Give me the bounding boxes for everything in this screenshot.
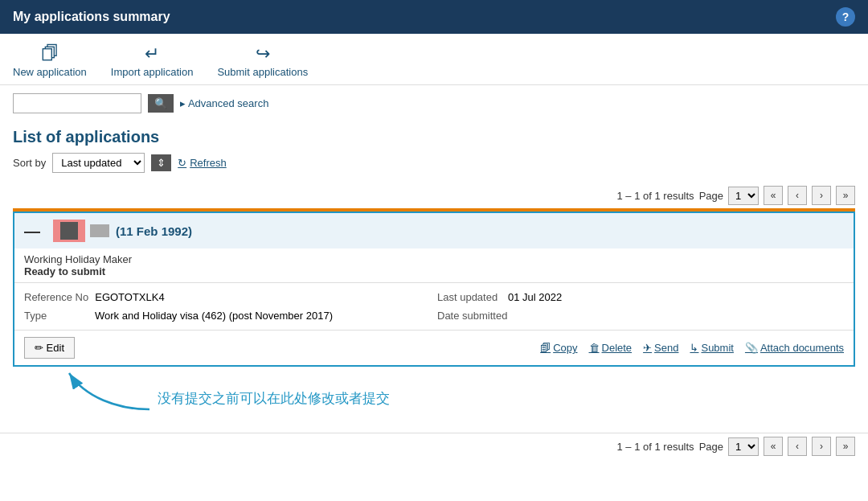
last-updated-row: Last updated 01 Jul 2022: [437, 291, 844, 303]
submit-icon: ↪: [256, 43, 270, 64]
app-header: My applications summary ?: [0, 0, 868, 34]
results-count-bottom: 1 – 1 of 1 results: [617, 441, 694, 453]
list-title: List of applications: [13, 128, 855, 146]
send-link[interactable]: ✈ Send: [643, 342, 678, 354]
import-application-link[interactable]: ↵ Import application: [111, 43, 194, 78]
annotation-text: 没有提交之前可以在此处修改或者提交: [158, 389, 390, 408]
app-subtitle: Working Holiday Maker Ready to submit: [14, 248, 854, 277]
submit-applications-label: Submit applications: [217, 66, 308, 78]
last-updated-value: 01 Jul 2022: [508, 291, 562, 303]
refresh-button[interactable]: ↻ Refresh: [178, 157, 227, 169]
delete-link[interactable]: 🗑 Delete: [589, 342, 633, 354]
toolbar: 🗍 New application ↵ Import application ↪…: [0, 34, 868, 85]
page-label-bottom: Page: [699, 441, 723, 453]
avatar-box: [53, 220, 85, 242]
avatar-block: [53, 220, 109, 242]
search-button[interactable]: 🔍: [148, 94, 174, 113]
send-icon: ✈: [643, 342, 652, 354]
type-value: Work and Holiday visa (462) (post Novemb…: [95, 310, 333, 322]
app-name-dob: (11 Feb 1992): [116, 224, 192, 238]
prev-page-btn-bottom[interactable]: ‹: [788, 437, 807, 456]
submit-link[interactable]: ↳ Submit: [690, 342, 733, 354]
app-type: Working Holiday Maker: [24, 253, 844, 265]
results-nav-bottom: 1 – 1 of 1 results Page 1 « ‹ › »: [0, 433, 868, 462]
sort-label: Sort by: [13, 157, 46, 169]
attach-link[interactable]: 📎 Attach documents: [745, 342, 844, 354]
app-details: Reference No EGOTOTXLK4 Last updated 01 …: [14, 282, 854, 330]
submit-applications-link[interactable]: ↪ Submit applications: [217, 43, 308, 78]
import-application-label: Import application: [111, 66, 194, 78]
app-status: Ready to submit: [24, 265, 844, 277]
delete-icon: 🗑: [589, 342, 600, 354]
avatar-flag: [90, 224, 109, 237]
reference-label: Reference No: [24, 291, 88, 303]
search-input[interactable]: [13, 93, 141, 113]
sort-bar: Sort by Last updated Reference No Type S…: [13, 153, 855, 173]
first-page-btn-top[interactable]: «: [764, 186, 783, 205]
application-card: — (11 Feb 1992) Working Holiday Maker Re…: [13, 211, 855, 367]
new-application-link[interactable]: 🗍 New application: [13, 43, 87, 78]
next-page-btn-top[interactable]: ›: [812, 186, 831, 205]
new-application-icon: 🗍: [41, 43, 59, 64]
first-page-btn-bottom[interactable]: «: [764, 437, 783, 456]
prev-page-btn-top[interactable]: ‹: [788, 186, 807, 205]
copy-icon: 🗐: [540, 342, 551, 354]
type-row: Type Work and Holiday visa (462) (post N…: [24, 310, 431, 322]
app-title: My applications summary: [13, 10, 170, 24]
reference-value: EGOTOTXLK4: [95, 291, 164, 303]
delete-label: Delete: [602, 342, 633, 354]
date-submitted-label: Date submitted: [437, 310, 507, 322]
reference-row: Reference No EGOTOTXLK4: [24, 291, 431, 303]
send-label: Send: [654, 342, 678, 354]
last-page-btn-bottom[interactable]: »: [836, 437, 855, 456]
refresh-icon: ↻: [178, 157, 186, 169]
last-page-btn-top[interactable]: »: [836, 186, 855, 205]
attach-icon: 📎: [745, 342, 758, 354]
copy-label: Copy: [553, 342, 577, 354]
date-submitted-row: Date submitted: [437, 310, 844, 322]
next-page-btn-bottom[interactable]: ›: [812, 437, 831, 456]
attach-label: Attach documents: [760, 342, 844, 354]
page-select-bottom[interactable]: 1: [728, 437, 759, 456]
app-actions: ✏ Edit 🗐 Copy 🗑 Delete ✈ Send ↳ Submit 📎…: [14, 330, 854, 365]
app-card-header: — (11 Feb 1992): [14, 213, 854, 248]
new-application-label: New application: [13, 66, 87, 78]
annotation-area: 没有提交之前可以在此处修改或者提交: [13, 373, 855, 429]
results-count-top: 1 – 1 of 1 results: [617, 190, 694, 202]
import-icon: ↵: [145, 43, 159, 64]
advanced-search-link[interactable]: Advanced search: [180, 97, 268, 109]
last-updated-label: Last updated: [437, 291, 502, 303]
page-label-top: Page: [699, 190, 723, 202]
type-label: Type: [24, 310, 88, 322]
submit-action-label: Submit: [701, 342, 733, 354]
submit-icon: ↳: [690, 342, 698, 354]
action-links: 🗐 Copy 🗑 Delete ✈ Send ↳ Submit 📎 Attach…: [540, 342, 844, 354]
search-bar: 🔍 Advanced search: [0, 85, 868, 121]
help-button[interactable]: ?: [836, 7, 855, 27]
sort-select[interactable]: Last updated Reference No Type Status: [52, 153, 145, 173]
collapse-button[interactable]: —: [24, 222, 40, 240]
page-select-top[interactable]: 1: [728, 187, 759, 205]
avatar-photo: [60, 222, 78, 240]
sort-order-button[interactable]: ⇕: [151, 154, 171, 171]
copy-link[interactable]: 🗐 Copy: [540, 342, 577, 354]
list-header: List of applications Sort by Last update…: [0, 121, 868, 183]
edit-button[interactable]: ✏ Edit: [24, 337, 75, 359]
results-nav-top: 1 – 1 of 1 results Page 1 « ‹ › »: [0, 183, 868, 208]
refresh-label: Refresh: [190, 157, 227, 169]
